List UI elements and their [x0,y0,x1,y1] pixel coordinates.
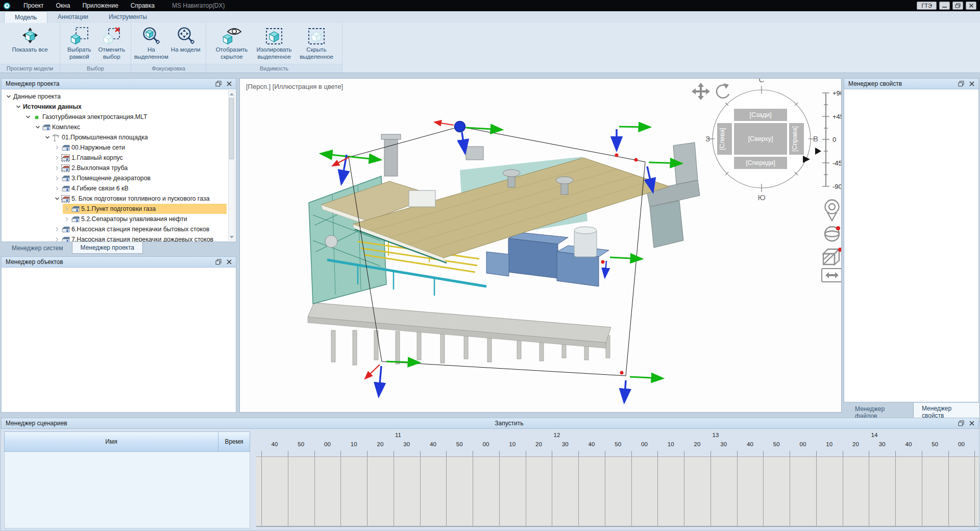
scrollbar-thumb[interactable] [229,98,234,159]
orbit-icon[interactable] [825,226,840,241]
tree-item[interactable]: 5.2.Сепараторы улавливания нефти [2,214,236,224]
slider-label: -45 [832,159,841,167]
timeline-tick [790,451,790,456]
ribbon-group-caption: Фокусировка [131,64,206,73]
menu-item-1[interactable]: Окна [50,0,77,11]
timeline-track[interactable] [256,456,979,527]
close-panel-icon[interactable] [227,81,232,86]
timeline-tick [314,451,315,456]
timeline-minute-label: 40 [747,441,753,447]
tree-item[interactable]: 3.Помещение деаэраторов [2,173,236,183]
float-panel-icon[interactable] [958,420,964,426]
tree-item[interactable]: Данные проекта [2,91,236,102]
navigation-compass[interactable]: С Ю З В [Сзади] [Сверху] [Слева] [Справ [692,79,818,202]
timeline-gridline [605,457,605,526]
tree-item[interactable]: Газотурбинная электростанция.MLT [2,112,236,122]
column-header-name[interactable]: Имя [5,432,218,451]
close-panel-icon[interactable] [969,421,974,426]
tree-item[interactable]: 4.Гибкие связи 6 кВ [2,183,236,194]
left-dock-tab-1[interactable]: Менеджер проекта [72,242,143,254]
ribbon-tab-2[interactable]: Инструменты [99,11,157,23]
elevation-marker[interactable] [815,148,821,155]
ribbon-tab-0[interactable]: Модель [4,11,47,23]
chevron-right-icon[interactable] [53,165,61,171]
float-panel-icon[interactable] [215,81,222,87]
tree-item[interactable]: 1.Главный корпус [2,153,236,163]
chevron-right-icon[interactable] [53,175,61,181]
scenario-panel-title: Менеджер сценариев [6,420,67,427]
tree-scrollbar[interactable] [228,90,235,240]
chevron-down-icon[interactable] [43,134,51,140]
compass-west-label: З [705,134,710,143]
elevation-slider[interactable]: +90 +45 0 -45 -90 [815,89,841,190]
timeline-tick [737,451,738,456]
menu-item-0[interactable]: Проект [17,0,50,11]
chevron-right-icon[interactable] [53,236,61,242]
tree-item[interactable]: 2.Выхлопная труба [2,163,236,173]
scroll-down-icon[interactable] [229,234,234,240]
chevron-right-icon[interactable] [53,155,61,161]
tree-item[interactable]: 5. Блок подготовки топливного и пусковог… [2,194,236,204]
column-header-time[interactable]: Время [218,432,250,451]
tree-item[interactable]: Комплекс [2,122,236,132]
tree-item[interactable]: Источники данных [2,102,236,112]
close-button[interactable] [966,2,976,10]
walk-box-icon[interactable] [823,248,841,264]
tree-item[interactable]: 00.Наружные сети [2,142,236,153]
chevron-down-icon[interactable] [14,104,22,110]
tree-item[interactable]: 01.Промышленная площадка [2,132,236,142]
tree-item-label: 00.Наружные сети [70,144,125,151]
pan-icon[interactable] [692,83,710,100]
focus-selected-button[interactable]: На выделенном [135,26,168,61]
timeline-tick [710,451,711,456]
chevron-right-icon[interactable] [53,185,61,191]
scroll-up-icon[interactable] [229,91,234,97]
left-dock-tab-0[interactable]: Менеджер систем [3,242,72,254]
chevron-down-icon[interactable] [34,124,41,130]
building-model[interactable] [308,134,700,365]
chevron-down-icon[interactable] [5,93,12,100]
show-all-button[interactable]: Показать все [2,26,58,54]
tree-item[interactable]: 5.1.Пункт подготовки газа [2,204,236,214]
app-logo-icon [4,3,10,9]
objects-panel-title: Менеджер объектов [6,258,63,266]
minimize-button[interactable] [939,2,950,10]
tree-item[interactable]: 6.Насосная станция перекачки бытовых сто… [2,224,236,234]
chevron-right-icon[interactable] [53,226,61,232]
menu-item-3[interactable]: Справка [125,0,161,11]
chevron-down-icon[interactable] [24,114,32,120]
ribbon-button-label: Отменить выбор [96,46,128,61]
hide-selected-button[interactable]: Скрыть выделенное [296,26,337,61]
tree-item[interactable]: 7.Насосная станция перекачки дождевых ст… [2,234,236,242]
look-around-icon[interactable] [825,200,839,221]
float-panel-icon[interactable] [958,81,964,87]
timeline-gridline [394,457,394,526]
viewport-3d[interactable]: [Персп.] [Иллюстрация в цвете] [239,78,842,413]
project-tree: Данные проектаИсточники данныхГазотурбин… [1,89,236,242]
run-scenario-button[interactable]: Запустить [495,420,523,427]
timeline-gridline [710,457,711,526]
cancel-selection-button[interactable]: Отменить выбор [96,26,128,61]
select-by-frame-button[interactable]: Выбрать рамкой [64,26,95,61]
close-panel-icon[interactable] [969,81,974,86]
pan-horizontal-icon[interactable] [822,269,841,282]
menu-item-2[interactable]: Приложение [76,0,124,11]
close-panel-icon[interactable] [227,259,232,264]
rotate-icon[interactable] [717,83,729,98]
compass-back-label: [Сзади] [750,111,772,118]
focus-model-button[interactable]: На модели [169,26,203,54]
isolate-selected-button[interactable]: Изолировать выделенное [254,26,295,61]
show-hidden-button[interactable]: Отобразить скрытое [211,26,253,61]
ribbon-tab-1[interactable]: Аннотации [47,11,99,23]
chevron-down-icon[interactable] [53,196,61,202]
restore-button[interactable] [952,2,963,10]
chevron-right-icon[interactable] [63,216,70,222]
chevron-right-icon[interactable] [63,206,70,212]
house-icon [61,185,70,192]
timeline-gridline [314,457,315,526]
scenario-table-body[interactable] [4,452,250,528]
project-badge[interactable]: ГТЭ [917,2,937,10]
chevron-right-icon[interactable] [53,144,61,151]
timeline-ruler[interactable]: 1112131440500010203040500010203040500010… [256,431,979,529]
float-panel-icon[interactable] [215,259,222,265]
